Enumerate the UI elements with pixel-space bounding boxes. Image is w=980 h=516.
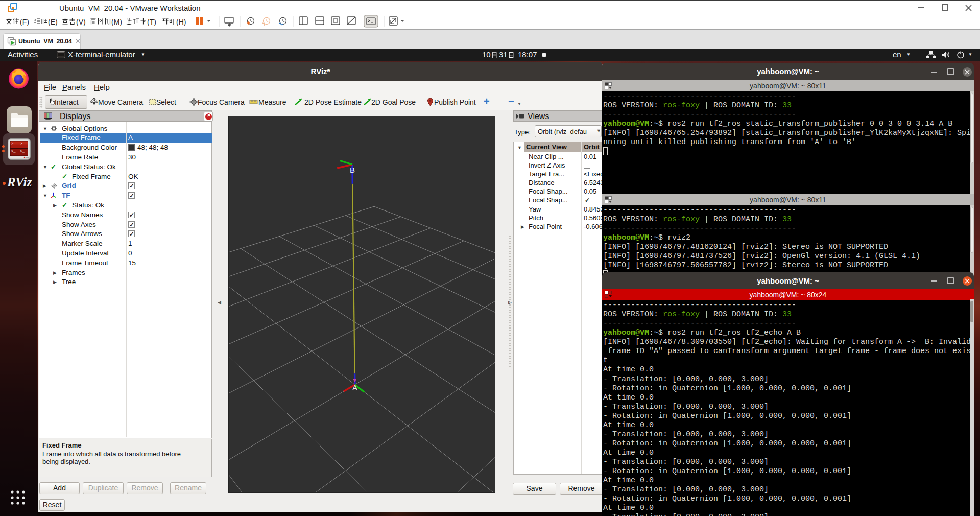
svg-text:>_: >_ bbox=[11, 149, 16, 153]
svg-text:>_: >_ bbox=[20, 142, 25, 146]
svg-text:>_: >_ bbox=[20, 149, 25, 153]
svg-text:A: A bbox=[352, 383, 357, 392]
svg-text:B: B bbox=[350, 166, 355, 174]
svg-text:>_: >_ bbox=[11, 142, 16, 146]
